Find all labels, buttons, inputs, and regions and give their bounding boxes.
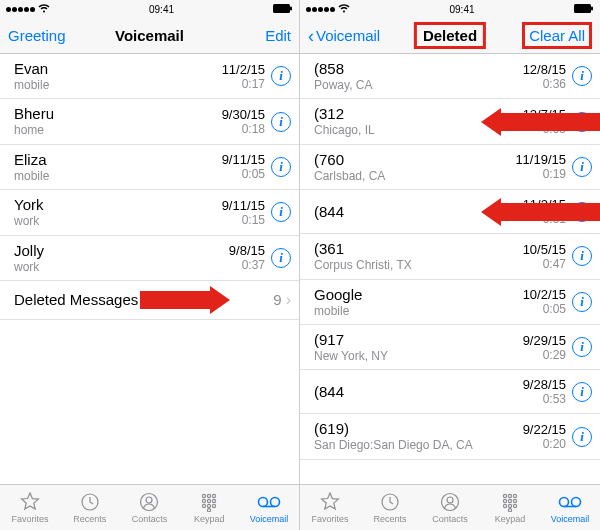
contact-icon <box>139 492 159 512</box>
vm-date: 9/28/15 <box>512 377 566 392</box>
info-icon[interactable]: i <box>572 427 592 447</box>
svg-point-10 <box>213 499 216 502</box>
chevron-left-icon: ‹ <box>308 27 314 45</box>
voicemail-row[interactable]: Bheruhome 9/30/150:18 i <box>0 99 299 144</box>
info-icon[interactable]: i <box>572 337 592 357</box>
tab-favorites[interactable]: Favorites <box>300 485 360 530</box>
greeting-button[interactable]: Greeting <box>8 27 66 44</box>
caller-sub: Corpus Christi, TX <box>314 258 512 272</box>
back-button[interactable]: ‹ Voicemail <box>308 27 380 45</box>
voicemail-row[interactable]: (844 9/28/150:53 i <box>300 370 600 414</box>
tab-recents[interactable]: Recents <box>60 485 120 530</box>
caller-name: (858 <box>314 60 512 78</box>
deleted-label: Deleted Messages <box>14 291 138 308</box>
caller-name: (312 <box>314 105 512 123</box>
status-time: 09:41 <box>149 4 174 15</box>
keypad-icon <box>500 492 520 512</box>
tab-voicemail[interactable]: Voicemail <box>239 485 299 530</box>
tab-keypad[interactable]: Keypad <box>179 485 239 530</box>
vm-date: 9/22/15 <box>512 422 566 437</box>
svg-point-27 <box>508 499 511 502</box>
vm-date: 10/2/15 <box>512 287 566 302</box>
vm-date: 12/7/15 <box>512 107 566 122</box>
voicemail-screen: 09:41 Greeting Voicemail Edit Evanmobile… <box>0 0 300 530</box>
caller-name: (361 <box>314 240 512 258</box>
voicemail-row[interactable]: (361Corpus Christi, TX 10/5/150:47 i <box>300 234 600 279</box>
info-icon[interactable]: i <box>572 66 592 86</box>
voicemail-row[interactable]: Yorkwork 9/11/150:15 i <box>0 190 299 235</box>
voicemail-icon <box>257 492 281 512</box>
tab-label: Recents <box>373 514 406 524</box>
edit-button[interactable]: Edit <box>265 27 291 44</box>
voicemail-row[interactable]: Evanmobile 11/2/150:17 i <box>0 54 299 99</box>
vm-duration: 0:51 <box>512 212 566 226</box>
svg-point-24 <box>508 494 511 497</box>
voicemail-row[interactable]: (312Chicago, IL 12/7/150:05 i <box>300 99 600 144</box>
voicemail-row[interactable]: Jollywork 9/8/150:37 i <box>0 236 299 281</box>
annotation-arrow-icon <box>140 286 230 314</box>
info-icon[interactable]: i <box>271 112 291 132</box>
info-icon[interactable]: i <box>572 112 592 132</box>
tab-label: Contacts <box>432 514 468 524</box>
tab-contacts[interactable]: Contacts <box>120 485 180 530</box>
voicemail-row[interactable]: (760Carlsbad, CA 11/19/150:19 i <box>300 145 600 190</box>
voicemail-row[interactable]: (844 11/2/150:51 i <box>300 190 600 234</box>
signal-dots-icon <box>306 7 335 12</box>
vm-duration: 0:37 <box>211 258 265 272</box>
voicemail-row[interactable]: (619)San Diego:San Diego DA, CA 9/22/150… <box>300 414 600 459</box>
caller-sub: Carlsbad, CA <box>314 169 512 183</box>
info-icon[interactable]: i <box>271 66 291 86</box>
deleted-list: (858Poway, CA 12/8/150:36 i (312Chicago,… <box>300 54 600 484</box>
vm-date: 9/11/15 <box>211 152 265 167</box>
caller-name: York <box>14 196 211 214</box>
tab-label: Favorites <box>311 514 348 524</box>
tab-recents[interactable]: Recents <box>360 485 420 530</box>
tab-voicemail[interactable]: Voicemail <box>540 485 600 530</box>
chevron-right-icon: › <box>286 291 291 309</box>
svg-point-22 <box>447 497 453 503</box>
svg-point-3 <box>141 493 158 510</box>
status-time: 09:41 <box>449 4 474 15</box>
svg-point-5 <box>203 494 206 497</box>
vm-date: 10/5/15 <box>512 242 566 257</box>
voicemail-row[interactable]: (917New York, NY 9/29/150:29 i <box>300 325 600 370</box>
voicemail-row[interactable]: Googlemobile 10/2/150:05 i <box>300 280 600 325</box>
tab-keypad[interactable]: Keypad <box>480 485 540 530</box>
info-icon[interactable]: i <box>271 157 291 177</box>
nav-bar: ‹ Voicemail Deleted Clear All <box>300 18 600 54</box>
star-icon <box>20 492 40 512</box>
info-icon[interactable]: i <box>271 202 291 222</box>
vm-date: 9/29/15 <box>512 333 566 348</box>
vm-duration: 0:05 <box>512 302 566 316</box>
voicemail-row[interactable]: Elizamobile 9/11/150:05 i <box>0 145 299 190</box>
battery-icon <box>273 4 293 15</box>
voicemail-row[interactable]: (858Poway, CA 12/8/150:36 i <box>300 54 600 99</box>
info-icon[interactable]: i <box>271 248 291 268</box>
info-icon[interactable]: i <box>572 292 592 312</box>
tab-label: Keypad <box>194 514 225 524</box>
info-icon[interactable]: i <box>572 202 592 222</box>
svg-rect-0 <box>273 4 290 13</box>
svg-point-29 <box>503 504 506 507</box>
info-icon[interactable]: i <box>572 157 592 177</box>
clear-all-button[interactable]: Clear All <box>522 22 592 49</box>
info-icon[interactable]: i <box>572 246 592 266</box>
caller-sub: mobile <box>14 78 211 92</box>
caller-sub: mobile <box>14 169 211 183</box>
vm-duration: 0:15 <box>211 213 265 227</box>
svg-point-28 <box>513 499 516 502</box>
deleted-messages-row[interactable]: Deleted Messages 9 › <box>0 281 299 320</box>
star-icon <box>320 492 340 512</box>
voicemail-icon <box>558 492 582 512</box>
tab-favorites[interactable]: Favorites <box>0 485 60 530</box>
caller-name: (844 <box>314 383 512 401</box>
info-icon[interactable]: i <box>572 382 592 402</box>
caller-sub: San Diego:San Diego DA, CA <box>314 438 512 452</box>
tab-contacts[interactable]: Contacts <box>420 485 480 530</box>
vm-duration: 0:19 <box>512 167 566 181</box>
deleted-count: 9 <box>273 291 281 308</box>
keypad-icon <box>199 492 219 512</box>
vm-date: 9/30/15 <box>211 107 265 122</box>
vm-duration: 0:47 <box>512 257 566 271</box>
caller-name: Jolly <box>14 242 211 260</box>
